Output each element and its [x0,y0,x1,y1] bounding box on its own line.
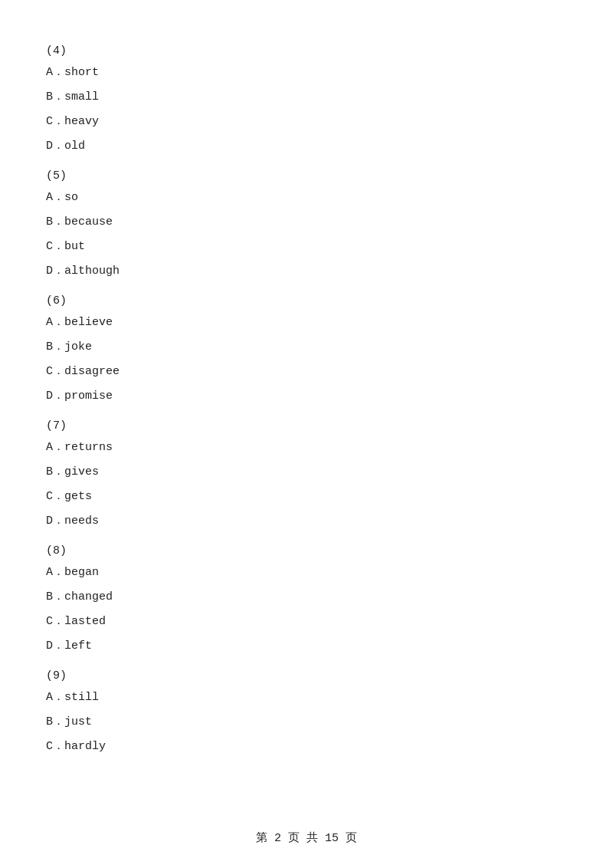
option-q6-2[interactable]: C．disagree [46,363,567,381]
option-q9-1[interactable]: B．just [46,713,567,732]
option-q8-2[interactable]: C．lasted [46,613,567,631]
question-number-q8: (8) [46,544,567,557]
option-q5-2[interactable]: C．but [46,238,567,256]
option-q9-0[interactable]: A．still [46,689,567,707]
question-number-q4: (4) [46,44,567,58]
footer-text: 第 2 页 共 15 页 [256,832,357,845]
option-q8-0[interactable]: A．began [46,564,567,582]
option-q5-1[interactable]: B．because [46,213,567,232]
option-q6-0[interactable]: A．believe [46,314,567,332]
option-q7-2[interactable]: C．gets [46,488,567,506]
page-content: (4)A．shortB．smallC．heavyD．old(5)A．soB．be… [0,0,613,808]
question-number-q9: (9) [46,669,567,682]
option-q5-3[interactable]: D．although [46,262,567,281]
option-q9-2[interactable]: C．hardly [46,738,567,756]
question-number-q5: (5) [46,169,567,182]
option-q4-1[interactable]: B．small [46,88,567,107]
option-q4-0[interactable]: A．short [46,64,567,82]
page-footer: 第 2 页 共 15 页 [0,830,613,845]
option-q7-0[interactable]: A．returns [46,439,567,457]
question-number-q6: (6) [46,294,567,307]
option-q7-1[interactable]: B．gives [46,463,567,482]
option-q4-2[interactable]: C．heavy [46,113,567,131]
question-number-q7: (7) [46,419,567,432]
option-q7-3[interactable]: D．needs [46,512,567,531]
option-q4-3[interactable]: D．old [46,137,567,156]
option-q6-1[interactable]: B．joke [46,338,567,357]
option-q8-3[interactable]: D．left [46,637,567,656]
option-q5-0[interactable]: A．so [46,189,567,207]
option-q6-3[interactable]: D．promise [46,387,567,406]
option-q8-1[interactable]: B．changed [46,588,567,607]
